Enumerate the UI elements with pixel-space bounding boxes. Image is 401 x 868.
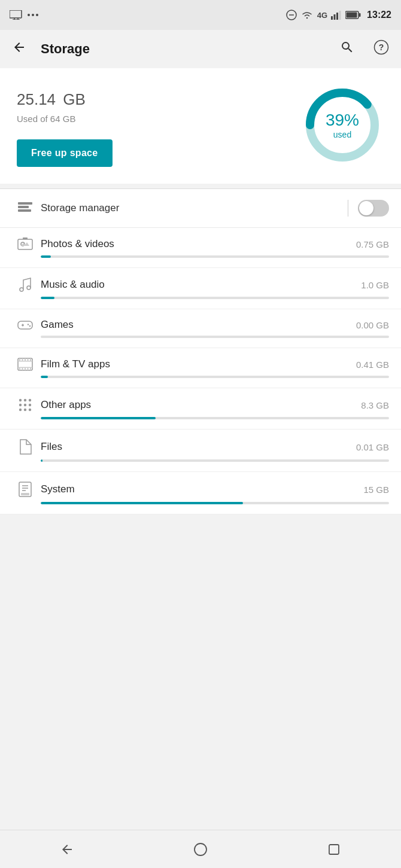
category-size: 0.00 GB [356,320,389,330]
svg-rect-23 [18,239,32,249]
category-size: 0.01 GB [356,442,389,452]
svg-rect-20 [18,202,32,205]
search-button[interactable] [335,35,359,63]
svg-point-46 [24,399,26,401]
svg-point-51 [19,409,22,411]
svg-rect-60 [329,845,339,854]
svg-rect-27 [18,321,32,329]
svg-point-4 [28,14,30,16]
nav-home-button[interactable] [183,832,218,867]
progress-fill [41,502,243,504]
storage-manager-row[interactable]: Storage manager [0,189,401,228]
progress-fill [41,297,54,299]
svg-point-47 [29,399,31,401]
storage-summary-card: 25.14 GB Used of 64 GB Free up space 39%… [0,68,401,184]
battery-icon [345,11,361,19]
category-name: Photos & videos [38,238,356,250]
category-name: Film & TV apps [38,358,356,370]
svg-rect-37 [25,358,26,361]
category-size: 8.3 GB [361,400,389,410]
svg-rect-9 [331,16,333,20]
category-list: Photos & videos 0.75 GB Music & audio 1.… [0,228,401,514]
category-row-photo[interactable]: Photos & videos 0.75 GB [0,228,401,268]
games-icon [12,319,38,331]
category-row-files[interactable]: Files 0.01 GB [0,430,401,472]
status-bar: 4G 13:22 [0,0,401,30]
svg-rect-42 [25,368,26,370]
svg-rect-35 [19,358,20,361]
screen-icon [10,10,23,20]
storage-used-amount: 25.14 GB [17,83,113,109]
progress-fill [41,417,156,419]
status-time: 13:22 [367,10,391,20]
nav-back-button[interactable] [49,832,85,867]
svg-rect-22 [18,209,31,212]
category-name: Other apps [38,399,361,411]
category-size: 0.41 GB [356,360,389,370]
storage-manager-icon [12,202,38,214]
svg-rect-36 [22,358,23,361]
storage-manager-label: Storage manager [38,202,348,214]
toggle-knob [359,201,373,215]
progress-bar [41,336,389,338]
svg-point-45 [19,399,22,401]
svg-point-48 [19,404,22,406]
storage-info: 25.14 GB Used of 64 GB Free up space [17,83,113,167]
photo-icon [12,237,38,251]
more-dots-icon [28,13,38,17]
svg-rect-15 [347,13,357,18]
svg-rect-39 [30,358,31,361]
progress-bar [41,459,389,462]
svg-rect-40 [19,368,20,370]
wifi-icon [300,10,314,20]
apps-icon [12,398,38,412]
status-right-icons: 4G 13:22 [286,10,391,20]
category-size: 1.0 GB [361,280,389,290]
svg-point-59 [195,843,206,855]
svg-point-5 [32,14,34,16]
back-button[interactable] [7,35,31,63]
donut-center: 39% used [326,109,359,139]
svg-rect-38 [28,358,29,361]
free-up-space-button[interactable]: Free up space [17,139,113,167]
category-name: Files [38,441,356,453]
category-row-system[interactable]: System 15 GB [0,472,401,514]
category-name: System [38,483,363,495]
storage-donut-chart: 39% used [300,83,384,167]
system-icon [12,482,38,497]
storage-manager-toggle[interactable] [358,200,389,217]
svg-rect-43 [28,368,29,370]
svg-rect-41 [22,368,23,370]
category-name: Music & audio [38,279,361,291]
progress-bar [41,376,389,378]
category-row-music[interactable]: Music & audio 1.0 GB [0,268,401,309]
dnd-icon [286,10,297,20]
svg-rect-58 [21,493,29,495]
4g-icon: 4G [317,11,327,20]
svg-point-26 [27,286,31,290]
nav-bar [0,830,401,868]
film-icon [12,358,38,371]
svg-rect-33 [18,361,32,362]
svg-rect-0 [10,10,22,18]
files-icon [12,439,38,455]
help-button[interactable]: ? [369,35,394,63]
nav-recent-button[interactable] [316,832,352,867]
svg-point-49 [24,404,26,406]
svg-point-31 [29,325,31,327]
signal-icon [331,10,342,20]
category-row-apps[interactable]: Other apps 8.3 GB [0,388,401,430]
category-row-games[interactable]: Games 0.00 GB [0,309,401,348]
progress-bar [41,502,389,504]
svg-rect-14 [359,13,361,17]
donut-percent: 39% [326,109,359,130]
progress-fill [41,376,48,378]
svg-rect-10 [334,14,336,20]
category-row-film[interactable]: Film & TV apps 0.41 GB [0,348,401,388]
storage-list: Storage manager Photos & videos 0.75 GB … [0,189,401,514]
category-size: 15 GB [363,485,389,495]
category-size: 0.75 GB [356,239,389,249]
status-left-icons [10,10,38,20]
svg-point-6 [36,14,38,16]
progress-bar [41,417,389,419]
